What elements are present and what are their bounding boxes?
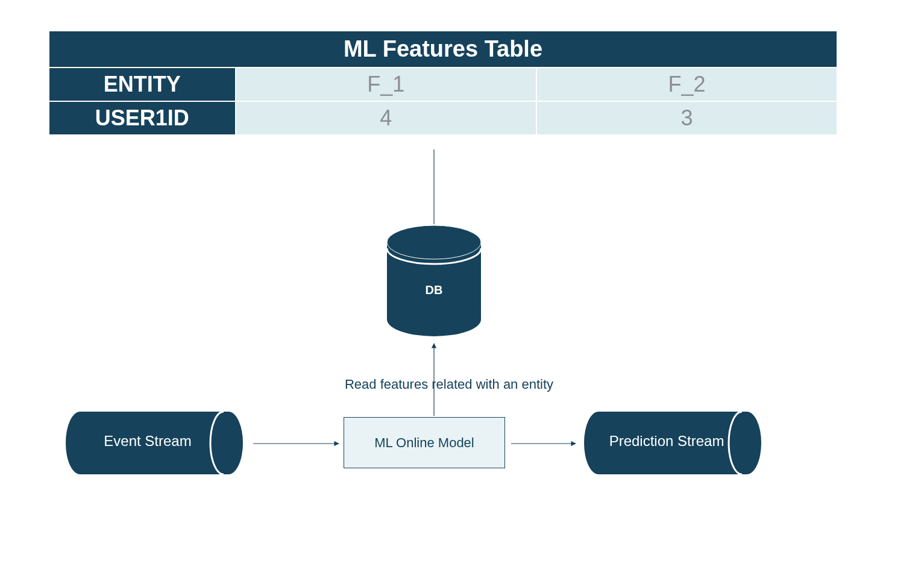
col-f2-header: F_2 [536, 68, 837, 101]
table-title: ML Features Table [49, 31, 837, 68]
row-f1-value: 4 [236, 101, 536, 135]
event-stream-icon: Event Stream [63, 409, 244, 478]
database-icon: DB [380, 223, 488, 338]
database-label: DB [380, 283, 488, 297]
row-entity-id: USER1ID [49, 101, 236, 135]
pipeline-row: Event Stream ML Online Model Prediction … [48, 404, 838, 494]
ml-features-diagram: ML Features Table ENTITY F_1 F_2 USER1ID… [48, 30, 838, 524]
prediction-stream-icon: Prediction Stream [582, 409, 762, 478]
col-entity-header: ENTITY [49, 68, 236, 101]
features-table: ML Features Table ENTITY F_1 F_2 USER1ID… [48, 30, 838, 136]
prediction-stream-label: Prediction Stream [582, 433, 762, 450]
ml-online-model-box: ML Online Model [344, 417, 505, 468]
row-f2-value: 3 [536, 101, 837, 135]
ml-online-model-label: ML Online Model [374, 435, 474, 451]
svg-point-6 [387, 303, 481, 336]
read-features-label: Read features related with an entity [319, 377, 579, 392]
col-f1-header: F_1 [236, 68, 536, 101]
event-stream-label: Event Stream [63, 433, 244, 450]
